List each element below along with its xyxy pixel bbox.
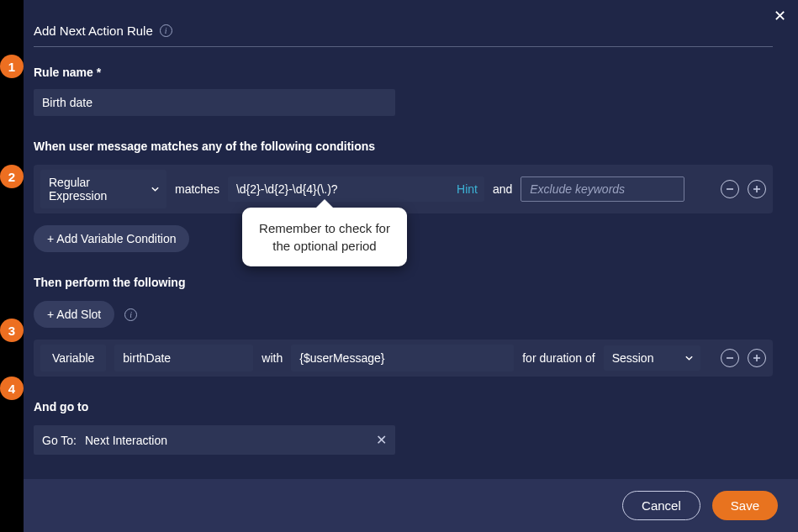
chevron-down-icon [684,354,694,363]
step-badge-1: 1 [0,55,24,78]
slot-row: Variable with for duration of Session [34,340,773,377]
conditions-label: When user message matches any of the fol… [34,140,773,153]
info-icon[interactable]: i [160,24,172,37]
slot-value-input[interactable] [291,345,514,371]
close-icon[interactable]: ✕ [774,7,786,25]
goto-label: And go to [34,400,773,413]
add-slot-row-button[interactable] [748,349,766,367]
hint-link[interactable]: Hint [457,182,478,196]
pattern-input[interactable] [228,176,484,202]
slot-name-input[interactable] [114,345,253,371]
step-badge-2: 2 [0,165,24,188]
add-slot-button[interactable]: + Add Slot [34,301,114,328]
dialog-title: Add Next Action Rule [34,24,153,38]
add-variable-condition-button[interactable]: + Add Variable Condition [34,225,189,252]
step-badge-4: 4 [0,377,24,400]
chevron-down-icon [151,185,160,194]
match-type-value: Regular Expression [49,176,143,203]
goto-clear-icon[interactable]: ✕ [376,432,387,448]
duration-select[interactable]: Session [604,345,700,371]
goto-value: Next Interaction [85,434,367,447]
goto-row[interactable]: Go To: Next Interaction ✕ [34,425,395,455]
exclude-keywords-input[interactable] [521,176,684,202]
add-condition-button[interactable] [748,180,766,198]
dialog-panel: ✕ Add Next Action Rule i Rule name * Whe… [24,0,798,532]
matches-label: matches [175,182,219,196]
step-badge-3: 3 [0,319,24,342]
cancel-button[interactable]: Cancel [622,491,700,520]
slot-type-label: Variable [40,345,106,371]
duration-value: Session [612,351,654,365]
condition-row: Regular Expression matches Hint and [34,165,773,213]
rule-name-label: Rule name * [34,66,773,79]
match-type-select[interactable]: Regular Expression [40,170,166,208]
save-button[interactable]: Save [712,491,778,520]
with-label: with [262,351,283,365]
duration-label: for duration of [522,351,595,365]
dialog-footer: Cancel Save [24,479,798,532]
hint-tooltip: Remember to check for the optional perio… [242,208,407,266]
dialog-header: Add Next Action Rule i [34,24,773,47]
info-icon[interactable]: i [124,308,137,321]
rule-name-input[interactable] [34,89,395,116]
and-label: and [493,182,512,196]
remove-slot-button[interactable] [721,349,739,367]
goto-prefix: Go To: [42,434,77,447]
actions-label: Then perform the following [34,276,773,289]
remove-condition-button[interactable] [721,180,739,198]
